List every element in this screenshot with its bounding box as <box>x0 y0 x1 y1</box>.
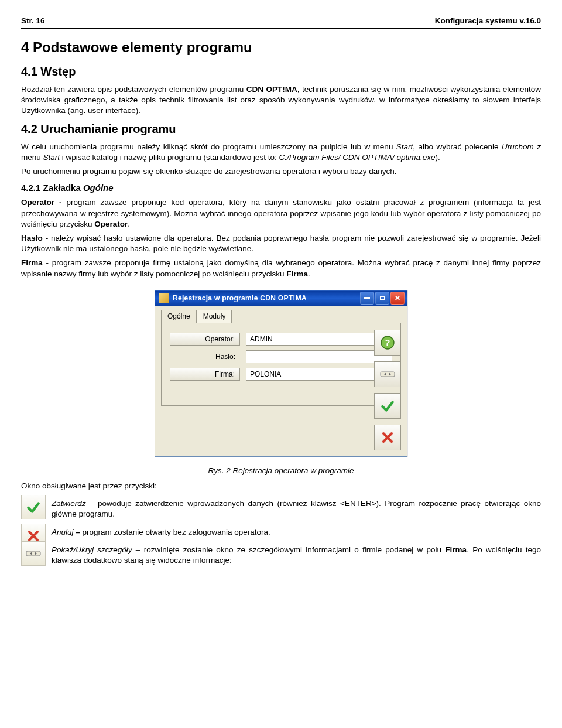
x-icon <box>381 430 395 445</box>
question-icon: ? <box>380 335 395 350</box>
toggle-side-button[interactable] <box>374 361 401 387</box>
h2-intro: 4.1 Wstęp <box>21 65 541 78</box>
registration-dialog: Rejestracja w programie CDN OPT!MA ✕ Ogó… <box>155 290 407 457</box>
toggle-icon-box[interactable] <box>21 541 46 566</box>
tab-modules[interactable]: Moduły <box>197 310 232 323</box>
dialog-titlebar[interactable]: Rejestracja w programie CDN OPT!MA ✕ <box>155 290 407 306</box>
h3-tab: 4.2.1 Zakładka Ogólne <box>21 183 541 193</box>
page-number: Str. 16 <box>21 16 45 25</box>
h1-chapter: 4 Podstawowe elementy programu <box>21 39 541 56</box>
company-picker-btn[interactable]: Firma: <box>170 368 240 381</box>
toggle-details-icon <box>380 370 395 379</box>
maximize-button[interactable] <box>375 292 389 305</box>
password-label: Hasło: <box>170 350 240 363</box>
toggle-desc: Pokaż/Ukryj szczegóły – rozwinięte zosta… <box>52 545 541 566</box>
app-icon <box>159 293 169 303</box>
launch-para1: W celu uruchomienia programu należy klik… <box>21 142 541 163</box>
dialog-title: Rejestracja w programie CDN OPT!MA <box>173 294 307 302</box>
check-icon <box>380 398 395 413</box>
tab-panel: Operator: Hasło: Firma: <box>161 323 401 406</box>
firma-para: Firma - program zawsze proponuje firmę u… <box>21 258 541 279</box>
figure-caption: Rys. 2 Rejestracja operatora w programie <box>21 466 541 475</box>
svg-text:?: ? <box>385 337 390 347</box>
operator-field[interactable] <box>246 333 392 346</box>
buttons-intro: Okno obsługiwane jest przez przyciski: <box>21 481 541 491</box>
intro-para: Rozdział ten zawiera opis podstawowych e… <box>21 84 541 117</box>
company-field[interactable] <box>246 368 392 381</box>
h2-launch: 4.2 Uruchamianie programu <box>21 122 541 136</box>
password-para: Hasło - należy wpisać hasło ustawione dl… <box>21 233 541 254</box>
close-button[interactable]: ✕ <box>390 292 405 305</box>
password-field[interactable] <box>246 350 392 363</box>
header-rule <box>21 28 541 29</box>
confirm-desc: Zatwierdź – powoduje zatwierdzenie wprow… <box>52 498 541 519</box>
svg-rect-5 <box>26 551 40 556</box>
svg-rect-2 <box>381 372 395 377</box>
help-side-button[interactable]: ? <box>374 330 401 356</box>
confirm-icon-box[interactable] <box>21 495 46 519</box>
minimize-button[interactable] <box>360 292 374 305</box>
doc-title: Konfiguracja systemu v.16.0 <box>435 16 541 25</box>
operator-picker-btn[interactable]: Operator: <box>170 333 240 346</box>
toggle-details-icon <box>26 549 41 558</box>
cancel-side-button[interactable] <box>374 425 401 450</box>
check-icon <box>26 500 41 515</box>
launch-para2: Po uruchomieniu programu pojawi się okie… <box>21 166 541 177</box>
cancel-desc: Anuluj – program zostanie otwarty bez za… <box>52 527 541 538</box>
tab-general[interactable]: Ogólne <box>161 310 197 323</box>
confirm-side-button[interactable] <box>374 393 401 419</box>
operator-para: Operator - program zawsze proponuje kod … <box>21 197 541 230</box>
x-icon <box>26 529 40 543</box>
